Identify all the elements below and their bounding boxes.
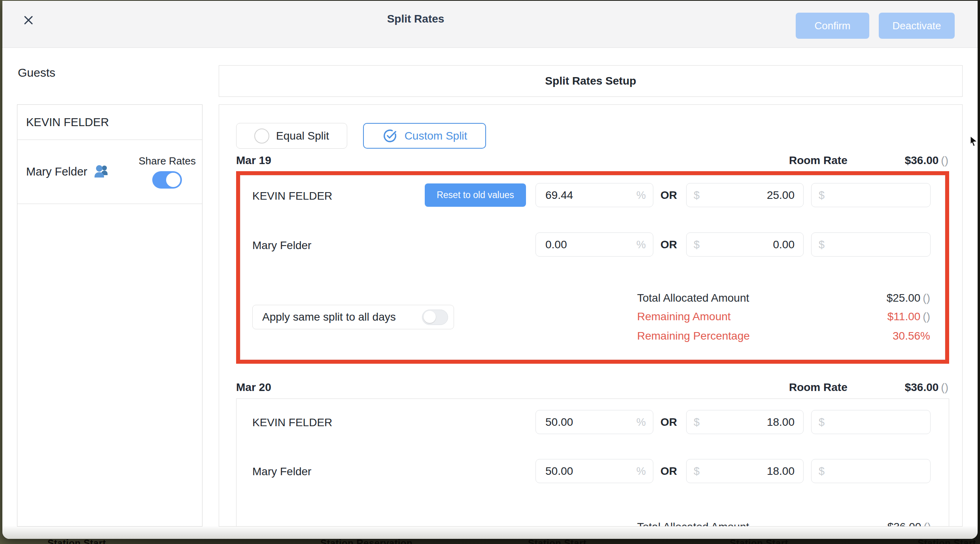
extra-amount-input[interactable] [812, 233, 930, 256]
total-suffix: () [923, 521, 931, 527]
dollar-prefix: $ [694, 416, 700, 428]
or-label: OR [660, 465, 677, 478]
share-rates-group: Share Rates [138, 155, 196, 189]
percent-input-box: % [535, 232, 653, 257]
total-allocated-row: Total Allocated Amount $25.00() [240, 290, 945, 306]
day-panel-mar-20: KEVIN FELDER % OR $ $ Mary Felder % [236, 399, 949, 527]
total-label: Total Allocated Amount [637, 519, 749, 527]
equal-split-option[interactable]: Equal Split [236, 123, 347, 149]
extra-amount-input[interactable] [812, 459, 930, 483]
room-rate-label: Room Rate [789, 381, 848, 394]
day-date: Mar 19 [236, 154, 271, 167]
modal-top-bar: Split Rates Confirm Deactivate [2, 1, 978, 48]
total-value: 30.56% [893, 330, 930, 342]
total-label: Remaining Percentage [637, 328, 750, 344]
guest-panel: KEVIN FELDER Mary Felder Share Rates [17, 104, 202, 527]
modal-title: Split Rates [358, 1, 473, 47]
day-date: Mar 20 [236, 381, 271, 394]
percent-suffix: % [636, 465, 646, 477]
extra-amount-input-box: $ [811, 232, 931, 257]
guest-name: KEVIN FELDER [26, 116, 109, 129]
total-label: Total Allocated Amount [637, 290, 749, 306]
dollar-prefix: $ [819, 238, 825, 251]
split-row-guest-name: Mary Felder [252, 465, 311, 478]
split-rates-modal: Split Rates Confirm Deactivate Guests KE… [2, 1, 978, 539]
extra-amount-input-box: $ [811, 459, 931, 483]
guest-name: Mary Felder [26, 165, 87, 178]
percent-input[interactable] [536, 410, 653, 434]
confirm-button[interactable]: Confirm [796, 13, 869, 39]
or-label: OR [660, 416, 677, 429]
dollar-prefix: $ [819, 465, 825, 477]
total-value: $11.00 [887, 310, 921, 323]
room-rate-suffix: () [941, 154, 948, 166]
day-panel-mar-19: KEVIN FELDER Reset to old values % OR $ … [240, 175, 945, 360]
total-suffix: () [923, 310, 930, 323]
percent-input-box: % [535, 183, 653, 207]
percent-input[interactable] [536, 183, 653, 207]
amount-input-box: $ [686, 410, 804, 434]
dollar-prefix: $ [819, 416, 825, 428]
extra-amount-input-box: $ [811, 183, 931, 207]
extra-amount-input-box: $ [811, 410, 931, 434]
reset-to-old-values-button[interactable]: Reset to old values [425, 183, 526, 207]
total-value: $36.00 [887, 521, 921, 527]
setup-body: Equal Split Custom Split Mar 19 Room Rat… [219, 104, 963, 527]
equal-split-label: Equal Split [276, 130, 329, 142]
total-allocated-row: Total Allocated Amount $36.00() [236, 519, 949, 527]
toggle-knob [166, 173, 180, 187]
amount-input-box: $ [686, 459, 804, 483]
room-rate-label: Room Rate [789, 154, 848, 167]
amount-input-box: $ [686, 183, 804, 207]
setup-title: Split Rates Setup [545, 75, 636, 87]
guest-item-mary-felder[interactable]: Mary Felder Share Rates [17, 140, 202, 204]
people-icon [93, 164, 112, 179]
amount-input[interactable] [687, 459, 803, 483]
custom-split-option[interactable]: Custom Split [363, 123, 486, 149]
extra-amount-input[interactable] [812, 410, 930, 434]
day-header-mar-19: Mar 19 Room Rate $36.00() [236, 151, 948, 170]
percent-suffix: % [636, 416, 646, 428]
percent-input[interactable] [536, 459, 653, 483]
room-rate-value: $36.00 [905, 154, 939, 166]
mouse-cursor [970, 136, 977, 148]
percent-input-box: % [535, 410, 653, 434]
close-icon[interactable] [20, 12, 37, 29]
share-rates-label: Share Rates [138, 155, 196, 167]
percent-input-box: % [535, 459, 653, 483]
split-row-guest-name: KEVIN FELDER [252, 190, 332, 202]
amount-input-box: $ [686, 232, 804, 257]
highlight-red-box: KEVIN FELDER Reset to old values % OR $ … [236, 171, 949, 364]
remaining-percentage-row: Remaining Percentage 30.56% [240, 328, 945, 344]
check-circle-icon [382, 128, 398, 144]
total-value: $25.00 [887, 292, 921, 304]
remaining-amount-row: Remaining Amount $11.00() [240, 309, 945, 325]
deactivate-button[interactable]: Deactivate [879, 13, 955, 39]
guests-heading: Guests [18, 66, 55, 79]
percent-input[interactable] [536, 233, 653, 256]
custom-split-label: Custom Split [405, 130, 467, 142]
dollar-prefix: $ [694, 189, 700, 201]
percent-suffix: % [636, 238, 646, 251]
room-rate-value: $36.00 [905, 381, 939, 393]
or-label: OR [660, 189, 677, 202]
amount-input[interactable] [687, 233, 803, 256]
dollar-prefix: $ [694, 238, 700, 251]
amount-input[interactable] [687, 183, 803, 207]
percent-suffix: % [636, 189, 646, 201]
split-row-guest-name: Mary Felder [252, 239, 311, 252]
setup-header: Split Rates Setup [219, 65, 963, 97]
room-rate-suffix: () [941, 381, 948, 393]
dollar-prefix: $ [694, 465, 700, 477]
extra-amount-input[interactable] [812, 183, 930, 207]
share-rates-toggle[interactable] [152, 171, 182, 189]
total-suffix: () [923, 292, 930, 304]
guest-item-kevin-felder[interactable]: KEVIN FELDER [17, 105, 202, 140]
radio-circle-icon [254, 128, 269, 144]
split-row-guest-name: KEVIN FELDER [252, 416, 332, 429]
amount-input[interactable] [687, 410, 803, 434]
dollar-prefix: $ [819, 189, 825, 201]
day-header-mar-20: Mar 20 Room Rate $36.00() [236, 378, 948, 397]
screen: Station Start Station Reservation Statio… [0, 0, 980, 544]
total-label: Remaining Amount [637, 309, 731, 325]
